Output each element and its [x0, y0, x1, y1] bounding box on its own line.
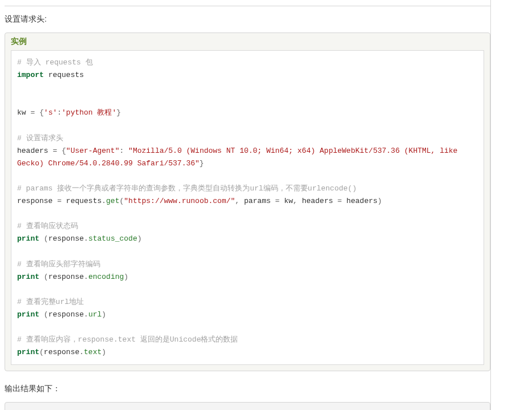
- code-token: 's': [44, 108, 57, 117]
- code-token: response: [44, 348, 79, 356]
- code-token: [57, 147, 62, 155]
- code-token: =: [57, 197, 62, 205]
- code-token: # 导入 requests 包: [17, 58, 93, 67]
- code-token: params: [239, 197, 275, 205]
- code-token: [35, 108, 39, 117]
- code-token: [39, 234, 44, 243]
- code-token: :: [119, 147, 128, 155]
- code-token: response: [48, 273, 84, 281]
- code-token: ): [124, 273, 128, 281]
- code-token: # 查看响应头部字符编码: [17, 260, 100, 269]
- code-token: status_code: [88, 234, 137, 243]
- sidebar-area: [490, 0, 532, 410]
- code-token: ): [377, 197, 382, 205]
- code-token: .: [84, 234, 88, 243]
- code-token: =: [338, 197, 342, 205]
- code-token: requests: [48, 71, 84, 79]
- code-token: headers: [17, 147, 52, 155]
- code-token: {: [62, 147, 66, 155]
- code-token: print: [17, 310, 39, 319]
- code-token: .: [84, 310, 88, 319]
- code-token: (: [39, 348, 44, 356]
- code-token: }: [116, 108, 121, 117]
- example-box: 实例 # 导入 requests 包 import requests kw = …: [5, 33, 490, 371]
- code-token: (: [44, 273, 48, 281]
- code-token: response: [48, 234, 84, 243]
- code-token: "User-Agent": [66, 147, 120, 155]
- code-token: import: [17, 71, 44, 79]
- code-token: ,: [235, 197, 239, 205]
- code-token: (: [44, 234, 48, 243]
- output-label: 输出结果如下：: [5, 384, 490, 394]
- code-token: kw: [279, 197, 293, 205]
- code-token: response: [48, 310, 84, 319]
- code-token: {: [39, 108, 44, 117]
- code-token: .: [101, 197, 106, 205]
- code-token: ): [101, 348, 106, 356]
- code-token: text: [84, 348, 101, 356]
- code-token: (: [44, 310, 48, 319]
- code-token: print: [17, 273, 39, 281]
- article-main: 设置请求头: 实例 # 导入 requests 包 import request…: [0, 0, 490, 410]
- code-token: # 设置请求头: [17, 134, 63, 143]
- code-token: # params 接收一个字典或者字符串的查询参数，字典类型自动转换为url编码…: [17, 184, 356, 193]
- code-token: headers: [342, 197, 377, 205]
- code-token: # 查看完整url地址: [17, 298, 84, 306]
- code-token: .: [84, 273, 88, 281]
- code-block[interactable]: # 导入 requests 包 import requests kw = {'s…: [11, 50, 484, 365]
- code-token: print: [17, 234, 39, 243]
- code-token: "https://www.runoob.com/": [124, 197, 235, 205]
- code-token: :: [57, 108, 62, 117]
- code-token: get: [106, 197, 119, 205]
- code-token: print: [17, 348, 39, 356]
- code-token: .: [79, 348, 84, 356]
- code-token: [39, 273, 44, 281]
- output-box: 200 UTF-8 https://www.runoob.com/?s=pyth…: [5, 402, 490, 410]
- code-token: [39, 310, 44, 319]
- code-token: kw: [17, 108, 30, 117]
- code-token: headers: [298, 197, 338, 205]
- intro-text: 设置请求头:: [5, 14, 490, 25]
- code-token: # 查看响应状态码: [17, 222, 78, 230]
- code-token: ,: [293, 197, 298, 205]
- code-token: requests: [62, 197, 101, 205]
- code-token: encoding: [88, 273, 124, 281]
- code-token: # 查看响应内容，response.text 返回的是Unicode格式的数据: [17, 335, 238, 344]
- code-token: 'python 教程': [62, 108, 116, 117]
- example-title: 实例: [5, 33, 490, 47]
- code-token: ): [101, 310, 106, 319]
- code-token: url: [88, 310, 101, 319]
- code-token: response: [17, 197, 57, 205]
- divider: [5, 6, 490, 6]
- code-token: ): [137, 234, 142, 243]
- code-token: }: [200, 159, 204, 168]
